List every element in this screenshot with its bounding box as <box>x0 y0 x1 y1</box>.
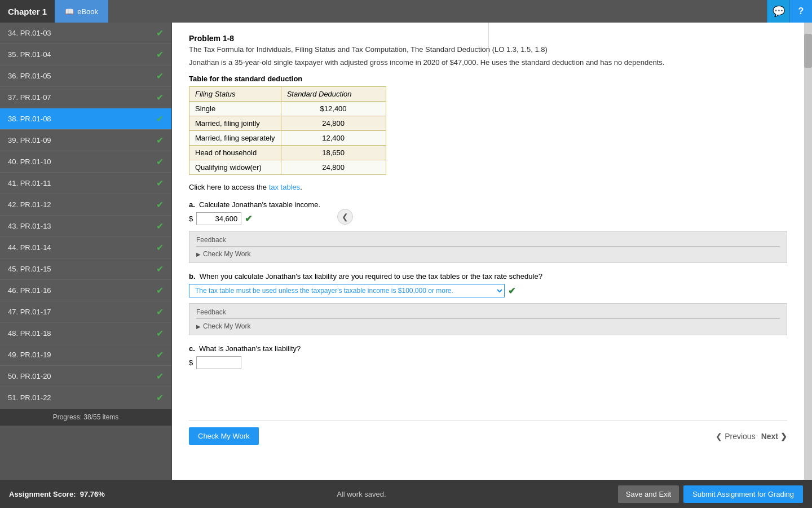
feedback-a-title: Feedback <box>196 236 780 247</box>
check-icon: ✔ <box>156 328 164 339</box>
nav-buttons: ❮ Previous Next ❯ <box>716 432 787 441</box>
sidebar-item-41[interactable]: 41. PR.01-11✔ <box>0 173 171 194</box>
filing-status-cell: Head of household <box>189 146 281 160</box>
table-row: Married, filing jointly24,800 <box>189 116 386 131</box>
top-right-icons: 💬 ? <box>767 0 812 23</box>
scrollbar-thumb[interactable] <box>804 34 812 68</box>
part-c-question: What is Jonathan's tax liability? <box>199 344 301 353</box>
sidebar-item-49[interactable]: 49. PR.01-19✔ <box>0 344 171 366</box>
part-a-letter: a. <box>189 200 195 209</box>
part-c-input-row: $ <box>189 356 787 369</box>
save-status: All work saved. <box>337 490 386 498</box>
part-b-dropdown[interactable]: The tax table must be used unless the ta… <box>189 284 505 297</box>
tab-label: eBook <box>77 7 98 16</box>
score-label: Assignment Score: <box>9 490 76 498</box>
sidebar-item-36[interactable]: 36. PR.01-05✔ <box>0 65 171 87</box>
part-a-input-row: $ ✔ <box>189 212 787 225</box>
feedback-a-check-work[interactable]: Check My Work <box>196 250 780 258</box>
help-icon: ? <box>798 6 804 16</box>
sidebar-item-label: 37. PR.01-07 <box>8 93 51 102</box>
table-row: Qualifying widow(er)24,800 <box>189 160 386 175</box>
filing-status-cell: Single <box>189 102 281 116</box>
problem-description: Jonathan is a 35-year-old single taxpaye… <box>189 58 787 67</box>
next-button[interactable]: Next ❯ <box>761 432 787 441</box>
filing-status-cell: Qualifying widow(er) <box>189 160 281 175</box>
part-b-checkmark: ✔ <box>508 286 515 296</box>
previous-button[interactable]: ❮ Previous <box>716 432 755 441</box>
divider <box>488 23 489 56</box>
deduction-amount-cell: 18,650 <box>281 146 386 160</box>
feedback-a-box: Feedback Check My Work <box>189 231 787 263</box>
part-a-input[interactable] <box>196 212 241 225</box>
check-icon: ✔ <box>156 178 164 189</box>
sidebar-item-48[interactable]: 48. PR.01-18✔ <box>0 323 171 344</box>
deduction-table-body: Single$12,400Married, filing jointly24,8… <box>189 102 386 175</box>
feedback-b-title: Feedback <box>196 308 780 319</box>
check-icon: ✔ <box>156 221 164 231</box>
part-a-dollar: $ <box>189 214 193 223</box>
filing-status-cell: Married, filing separately <box>189 131 281 146</box>
chat-icon: 💬 <box>773 5 785 17</box>
sidebar-item-label: 42. PR.01-12 <box>8 200 51 209</box>
tax-tables-link[interactable]: tax tables <box>269 183 301 191</box>
collapse-sidebar-btn[interactable]: ❮ <box>337 209 353 225</box>
sidebar-item-43[interactable]: 43. PR.01-13✔ <box>0 216 171 237</box>
ebook-tab[interactable]: 📖 eBook <box>55 0 108 23</box>
score-value: 97.76% <box>80 490 105 498</box>
sidebar-item-51[interactable]: 51. PR.01-22✔ <box>0 387 171 409</box>
check-icon: ✔ <box>156 28 164 38</box>
submit-assignment-button[interactable]: Submit Assignment for Grading <box>683 485 803 503</box>
sidebar-item-42[interactable]: 42. PR.01-12✔ <box>0 194 171 216</box>
top-bar: Chapter 1 📖 eBook 💬 ? <box>0 0 812 23</box>
sidebar-item-label: 40. PR.01-10 <box>8 157 51 166</box>
sidebar-item-39[interactable]: 39. PR.01-09✔ <box>0 130 171 151</box>
sidebar-item-47[interactable]: 47. PR.01-17✔ <box>0 301 171 323</box>
book-icon: 📖 <box>65 7 74 16</box>
tax-tables-link-row: Click here to access the tax tables. <box>189 183 787 191</box>
feedback-b-check-work[interactable]: Check My Work <box>196 322 780 330</box>
part-b-letter: b. <box>189 272 196 281</box>
sidebar-item-46[interactable]: 46. PR.01-16✔ <box>0 280 171 301</box>
tax-tables-suffix: . <box>300 183 302 191</box>
help-icon-btn[interactable]: ? <box>789 0 812 23</box>
check-icon: ✔ <box>156 306 164 317</box>
sidebar-item-label: 36. PR.01-05 <box>8 72 51 80</box>
chat-icon-btn[interactable]: 💬 <box>767 0 789 23</box>
sidebar-item-40[interactable]: 40. PR.01-10✔ <box>0 151 171 173</box>
deduction-amount-cell: 12,400 <box>281 131 386 146</box>
sidebar-item-34[interactable]: 34. PR.01-03✔ <box>0 23 171 44</box>
filing-status-cell: Married, filing jointly <box>189 116 281 131</box>
deduction-amount-cell: $12,400 <box>281 102 386 116</box>
sidebar-item-44[interactable]: 44. PR.01-14✔ <box>0 237 171 259</box>
chevron-left-icon: ❮ <box>716 432 722 441</box>
check-my-work-button[interactable]: Check My Work <box>189 427 259 445</box>
check-icon: ✔ <box>156 156 164 167</box>
check-icon: ✔ <box>156 264 164 274</box>
sidebar-item-label: 51. PR.01-22 <box>8 393 51 402</box>
tax-tables-prefix: Click here to access the <box>189 183 269 191</box>
save-exit-button[interactable]: Save and Exit <box>618 485 679 503</box>
sidebar-item-label: 49. PR.01-19 <box>8 351 51 359</box>
bottom-bar: Assignment Score: 97.76% All work saved.… <box>0 480 812 508</box>
sidebar-item-35[interactable]: 35. PR.01-04✔ <box>0 44 171 65</box>
feedback-b-box: Feedback Check My Work <box>189 303 787 335</box>
sidebar-item-label: 50. PR.01-20 <box>8 372 51 380</box>
sidebar-item-45[interactable]: 45. PR.01-15✔ <box>0 259 171 280</box>
check-icon: ✔ <box>156 242 164 253</box>
col-filing-status: Filing Status <box>189 87 281 102</box>
check-icon: ✔ <box>156 349 164 360</box>
part-b-question: When you calculate Jonathan's tax liabil… <box>200 272 542 281</box>
part-c-input[interactable] <box>196 356 241 369</box>
sidebar-item-38[interactable]: 38. PR.01-08✔ <box>0 108 171 130</box>
check-icon: ✔ <box>156 285 164 296</box>
sidebar-items: 34. PR.01-03✔35. PR.01-04✔36. PR.01-05✔3… <box>0 23 171 409</box>
sidebar-item-label: 47. PR.01-17 <box>8 308 51 316</box>
check-icon: ✔ <box>156 135 164 146</box>
part-a-label: a. Calculate Jonathan's taxable income. <box>189 200 787 209</box>
sidebar-item-37[interactable]: 37. PR.01-07✔ <box>0 87 171 108</box>
check-icon: ✔ <box>156 392 164 403</box>
sidebar-item-label: 39. PR.01-09 <box>8 136 51 144</box>
content-nav-bar: Check My Work ❮ Previous Next ❯ <box>189 420 787 452</box>
deduction-table: Filing Status Standard Deduction Single$… <box>189 86 386 175</box>
sidebar-item-50[interactable]: 50. PR.01-20✔ <box>0 366 171 387</box>
